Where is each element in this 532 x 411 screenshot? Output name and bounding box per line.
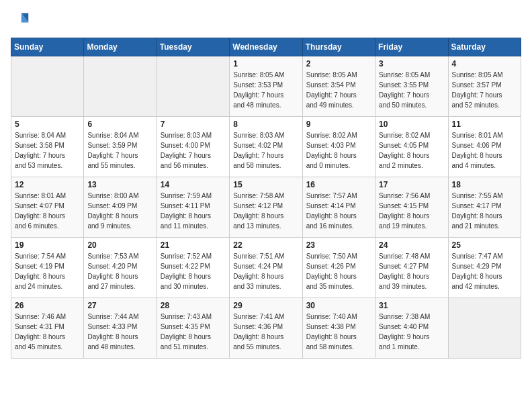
day-number: 3 [379,59,444,68]
calendar-cell: 27Sunrise: 7:44 AM Sunset: 4:33 PM Dayli… [84,298,157,359]
calendar-cell: 28Sunrise: 7:43 AM Sunset: 4:35 PM Dayli… [157,298,229,359]
calendar-cell: 30Sunrise: 7:40 AM Sunset: 4:38 PM Dayli… [302,298,375,359]
cell-daylight-info: Sunrise: 7:55 AM Sunset: 4:17 PM Dayligh… [452,191,517,231]
calendar-cell: 1Sunrise: 8:05 AM Sunset: 3:53 PM Daylig… [230,56,302,117]
cell-daylight-info: Sunrise: 7:57 AM Sunset: 4:14 PM Dayligh… [306,191,371,231]
logo [11,11,32,30]
calendar-cell [11,56,84,117]
calendar-cell: 16Sunrise: 7:57 AM Sunset: 4:14 PM Dayli… [302,177,375,238]
day-number: 27 [87,301,152,310]
calendar-cell: 7Sunrise: 8:03 AM Sunset: 4:00 PM Daylig… [157,117,229,177]
calendar-cell: 13Sunrise: 8:00 AM Sunset: 4:09 PM Dayli… [84,177,157,238]
day-number: 8 [233,120,298,129]
calendar-cell: 10Sunrise: 8:02 AM Sunset: 4:05 PM Dayli… [375,117,448,177]
day-number: 4 [452,59,517,68]
calendar-cell: 15Sunrise: 7:58 AM Sunset: 4:12 PM Dayli… [230,177,302,238]
day-header-monday: Monday [84,38,157,56]
page-header [11,11,521,30]
day-number: 14 [161,180,226,189]
calendar-cell: 24Sunrise: 7:48 AM Sunset: 4:27 PM Dayli… [375,238,448,298]
day-number: 10 [379,120,444,129]
day-number: 13 [87,180,152,189]
week-row-5: 26Sunrise: 7:46 AM Sunset: 4:31 PM Dayli… [11,298,521,359]
calendar-cell [448,298,521,359]
day-number: 21 [161,240,226,250]
cell-daylight-info: Sunrise: 7:47 AM Sunset: 4:29 PM Dayligh… [452,251,517,291]
cell-daylight-info: Sunrise: 8:05 AM Sunset: 3:53 PM Dayligh… [233,70,298,110]
calendar-cell: 2Sunrise: 8:05 AM Sunset: 3:54 PM Daylig… [302,56,375,117]
day-number: 19 [15,240,80,250]
day-number: 18 [452,180,517,189]
week-row-3: 12Sunrise: 8:01 AM Sunset: 4:07 PM Dayli… [11,177,521,238]
day-number: 12 [15,180,80,189]
day-number: 24 [379,240,444,250]
cell-daylight-info: Sunrise: 8:02 AM Sunset: 4:03 PM Dayligh… [306,130,371,171]
day-header-saturday: Saturday [448,38,521,56]
day-number: 26 [15,301,80,310]
day-number: 25 [452,240,517,250]
day-number: 30 [306,301,371,310]
cell-daylight-info: Sunrise: 7:40 AM Sunset: 4:38 PM Dayligh… [306,312,371,352]
day-number: 15 [233,180,298,189]
calendar-cell: 19Sunrise: 7:54 AM Sunset: 4:19 PM Dayli… [11,238,84,298]
day-number: 29 [233,301,298,310]
day-number: 5 [15,120,80,129]
week-row-2: 5Sunrise: 8:04 AM Sunset: 3:58 PM Daylig… [11,117,521,177]
calendar-cell: 29Sunrise: 7:41 AM Sunset: 4:36 PM Dayli… [230,298,302,359]
day-number: 9 [306,120,371,129]
calendar-cell: 4Sunrise: 8:05 AM Sunset: 3:57 PM Daylig… [448,56,521,117]
calendar-cell: 20Sunrise: 7:53 AM Sunset: 4:20 PM Dayli… [84,238,157,298]
cell-daylight-info: Sunrise: 8:02 AM Sunset: 4:05 PM Dayligh… [379,130,444,171]
day-number: 11 [452,120,517,129]
cell-daylight-info: Sunrise: 7:50 AM Sunset: 4:26 PM Dayligh… [306,251,371,291]
calendar-cell: 31Sunrise: 7:38 AM Sunset: 4:40 PM Dayli… [375,298,448,359]
day-number: 2 [306,59,371,68]
cell-daylight-info: Sunrise: 7:51 AM Sunset: 4:24 PM Dayligh… [233,251,298,291]
cell-daylight-info: Sunrise: 7:44 AM Sunset: 4:33 PM Dayligh… [87,312,152,352]
day-number: 28 [161,301,226,310]
day-header-wednesday: Wednesday [230,38,302,56]
cell-daylight-info: Sunrise: 7:59 AM Sunset: 4:11 PM Dayligh… [161,191,226,231]
cell-daylight-info: Sunrise: 8:01 AM Sunset: 4:07 PM Dayligh… [15,191,80,231]
cell-daylight-info: Sunrise: 7:43 AM Sunset: 4:35 PM Dayligh… [161,312,226,352]
day-number: 20 [87,240,152,250]
day-number: 6 [87,120,152,129]
logo-icon [11,11,30,30]
calendar-table: SundayMondayTuesdayWednesdayThursdayFrid… [11,38,521,359]
day-number: 17 [379,180,444,189]
week-row-4: 19Sunrise: 7:54 AM Sunset: 4:19 PM Dayli… [11,238,521,298]
calendar-header: SundayMondayTuesdayWednesdayThursdayFrid… [11,38,521,56]
calendar-cell: 11Sunrise: 8:01 AM Sunset: 4:06 PM Dayli… [448,117,521,177]
cell-daylight-info: Sunrise: 8:05 AM Sunset: 3:55 PM Dayligh… [379,70,444,110]
calendar-cell: 26Sunrise: 7:46 AM Sunset: 4:31 PM Dayli… [11,298,84,359]
calendar-cell: 18Sunrise: 7:55 AM Sunset: 4:17 PM Dayli… [448,177,521,238]
calendar-cell: 3Sunrise: 8:05 AM Sunset: 3:55 PM Daylig… [375,56,448,117]
calendar-body: 1Sunrise: 8:05 AM Sunset: 3:53 PM Daylig… [11,56,521,359]
cell-daylight-info: Sunrise: 7:53 AM Sunset: 4:20 PM Dayligh… [87,251,152,291]
week-row-1: 1Sunrise: 8:05 AM Sunset: 3:53 PM Daylig… [11,56,521,117]
day-number: 23 [306,240,371,250]
cell-daylight-info: Sunrise: 8:03 AM Sunset: 4:02 PM Dayligh… [233,130,298,171]
cell-daylight-info: Sunrise: 8:04 AM Sunset: 3:58 PM Dayligh… [15,130,80,171]
cell-daylight-info: Sunrise: 7:54 AM Sunset: 4:19 PM Dayligh… [15,251,80,291]
calendar-cell: 5Sunrise: 8:04 AM Sunset: 3:58 PM Daylig… [11,117,84,177]
cell-daylight-info: Sunrise: 8:05 AM Sunset: 3:54 PM Dayligh… [306,70,371,110]
cell-daylight-info: Sunrise: 8:01 AM Sunset: 4:06 PM Dayligh… [452,130,517,171]
calendar-cell: 6Sunrise: 8:04 AM Sunset: 3:59 PM Daylig… [84,117,157,177]
day-header-tuesday: Tuesday [157,38,229,56]
calendar-cell: 12Sunrise: 8:01 AM Sunset: 4:07 PM Dayli… [11,177,84,238]
cell-daylight-info: Sunrise: 8:04 AM Sunset: 3:59 PM Dayligh… [87,130,152,171]
cell-daylight-info: Sunrise: 7:41 AM Sunset: 4:36 PM Dayligh… [233,312,298,352]
calendar-cell: 23Sunrise: 7:50 AM Sunset: 4:26 PM Dayli… [302,238,375,298]
calendar-cell: 14Sunrise: 7:59 AM Sunset: 4:11 PM Dayli… [157,177,229,238]
calendar-cell: 17Sunrise: 7:56 AM Sunset: 4:15 PM Dayli… [375,177,448,238]
day-header-thursday: Thursday [302,38,375,56]
day-number: 31 [379,301,444,310]
cell-daylight-info: Sunrise: 7:48 AM Sunset: 4:27 PM Dayligh… [379,251,444,291]
cell-daylight-info: Sunrise: 7:38 AM Sunset: 4:40 PM Dayligh… [379,312,444,352]
day-number: 7 [161,120,226,129]
calendar-cell: 21Sunrise: 7:52 AM Sunset: 4:22 PM Dayli… [157,238,229,298]
cell-daylight-info: Sunrise: 8:00 AM Sunset: 4:09 PM Dayligh… [87,191,152,231]
day-header-sunday: Sunday [11,38,84,56]
day-number: 1 [233,59,298,68]
